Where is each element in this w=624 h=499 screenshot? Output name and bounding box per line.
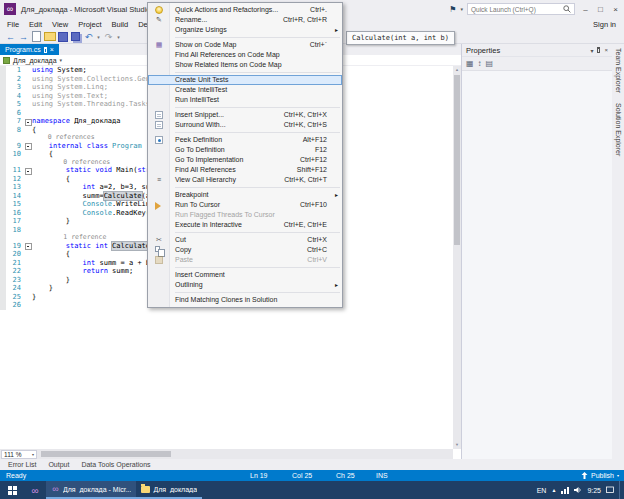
menu-item-breakpoint[interactable]: Breakpoint▸ — [148, 190, 342, 200]
code-text: 0 references — [32, 134, 95, 142]
open-folder-icon[interactable] — [43, 31, 56, 43]
menu-item-copy[interactable]: CopyCtrl+C — [148, 245, 342, 255]
maximize-button[interactable]: □ — [594, 3, 607, 16]
menu-file[interactable]: File — [2, 20, 24, 29]
menu-item-execute-in-interactive[interactable]: Execute in InteractiveCtrl+E, Ctrl+E — [148, 220, 342, 230]
navbar-project-dropdown[interactable]: Для_доклада — [13, 57, 57, 64]
close-button[interactable]: × — [609, 3, 622, 16]
publish-button[interactable]: Publish ▾ — [581, 472, 619, 479]
menu-item-create-intellitest[interactable]: Create IntelliTest — [148, 85, 342, 95]
show-desktop-strip[interactable] — [619, 481, 622, 499]
menu-item-outlining[interactable]: Outlining▸ — [148, 280, 342, 290]
windows-logo-icon — [8, 486, 17, 495]
menu-build[interactable]: Build — [107, 20, 134, 29]
fold-margin — [24, 75, 32, 84]
tab-data-tools-operations[interactable]: Data Tools Operations — [75, 461, 156, 468]
action-center-icon[interactable] — [606, 486, 614, 494]
codelens-references[interactable]: 0 references — [32, 158, 110, 166]
redo-icon[interactable]: ↷ — [102, 31, 115, 43]
network-icon[interactable] — [561, 486, 569, 494]
tab-error-list[interactable]: Error List — [2, 461, 42, 468]
back-icon[interactable]: ← — [4, 31, 17, 43]
fold-collapse-icon[interactable] — [24, 142, 32, 151]
scroll-up-arrow-icon[interactable]: ▲ — [453, 66, 461, 74]
caret-icon[interactable]: ▾ — [95, 31, 102, 43]
pin-icon[interactable] — [44, 47, 47, 53]
fold-collapse-icon[interactable] — [24, 242, 32, 251]
menu-item-find-all-references-on-code-map[interactable]: Find All References on Code Map — [148, 50, 342, 60]
codelens-references[interactable]: 0 references — [32, 133, 95, 141]
notifications-flag-icon[interactable]: ⚑ — [449, 5, 456, 14]
menu-item-create-unit-tests[interactable]: Create Unit Tests — [148, 75, 342, 85]
codelens-references[interactable]: 1 reference — [32, 233, 106, 241]
menu-item-peek-definition[interactable]: Peek DefinitionAlt+F12 — [148, 135, 342, 145]
menu-item-organize-usings[interactable]: Organize Usings▸ — [148, 25, 342, 35]
tab-close-icon[interactable]: × — [50, 46, 54, 53]
editor-vertical-scrollbar[interactable]: ▲ ▼ — [453, 66, 461, 449]
menu-item-paste[interactable]: PasteCtrl+V — [148, 255, 342, 265]
menu-item-show-on-code-map[interactable]: ▦Show on Code MapCtrl+` — [148, 40, 342, 50]
tab-solution-explorer[interactable]: Solution Explorer — [615, 103, 622, 156]
tab-program-cs[interactable]: Program.cs × — [0, 44, 59, 55]
scrollbar-thumb[interactable] — [454, 75, 460, 245]
forward-icon[interactable]: → — [17, 31, 30, 43]
menu-edit[interactable]: Edit — [24, 20, 47, 29]
pin-icon[interactable] — [597, 47, 600, 53]
line-number: 21 — [6, 259, 24, 268]
menu-item-run-intellitest[interactable]: Run IntelliTest — [148, 95, 342, 105]
menu-item-view-call-hierarchy[interactable]: ≡View Call HierarchyCtrl+K, Ctrl+T — [148, 175, 342, 185]
sign-in-link[interactable]: Sign in — [593, 20, 624, 29]
menu-item-run-to-cursor[interactable]: Run To CursorCtrl+F10 — [148, 200, 342, 210]
line-number: 16 — [6, 209, 24, 218]
window-menu-icon[interactable]: ▾ — [590, 47, 593, 54]
zoom-selector[interactable]: 111 % ▾ — [1, 450, 37, 459]
fold-collapse-icon[interactable] — [24, 166, 32, 175]
taskbar-button-для-доклада[interactable]: Для_доклада — [136, 481, 202, 499]
volume-icon[interactable] — [574, 486, 582, 494]
start-button[interactable] — [0, 481, 24, 499]
menu-item-find-all-references[interactable]: Find All ReferencesShift+F12 — [148, 165, 342, 175]
status-character: Ch 25 — [336, 472, 376, 479]
menu-item-cut[interactable]: ✂CutCtrl+X — [148, 235, 342, 245]
language-indicator[interactable]: EN — [537, 487, 547, 494]
fold-margin — [24, 183, 32, 192]
chevron-down-icon[interactable]: ▾ — [460, 6, 463, 12]
surround-icon — [155, 121, 163, 129]
taskbar-pinned-vs-icon[interactable]: ∞ — [24, 481, 46, 499]
menu-item-rename[interactable]: ✎Rename...Ctrl+R, Ctrl+R — [148, 15, 342, 25]
menu-item-go-to-definition[interactable]: Go To DefinitionF12 — [148, 145, 342, 155]
scrollbar-thumb[interactable] — [41, 451, 171, 457]
menu-item-insert-comment[interactable]: Insert Comment — [148, 270, 342, 280]
menu-item-show-related-items-on-code-map[interactable]: Show Related Items on Code Map — [148, 60, 342, 70]
menu-view[interactable]: View — [47, 20, 73, 29]
menu-item-shortcut: Ctrl+K, Ctrl+S — [284, 120, 327, 130]
properties-header[interactable]: Properties ▾ × — [462, 44, 612, 57]
menu-item-find-matching-clones-in-solution[interactable]: Find Matching Clones in Solution — [148, 295, 342, 305]
menu-item-go-to-implementation[interactable]: Go To ImplementationCtrl+F12 — [148, 155, 342, 165]
property-pages-icon[interactable]: ▤ — [486, 59, 494, 68]
scroll-down-arrow-icon[interactable]: ▼ — [453, 441, 461, 449]
categorized-icon[interactable]: ▦ — [466, 59, 474, 68]
fold-collapse-icon[interactable] — [24, 117, 32, 126]
menu-item-insert-snippet[interactable]: Insert Snippet...Ctrl+K, Ctrl+X — [148, 110, 342, 120]
taskbar-button-для-доклада-micr[interactable]: ∞Для_доклада - Micr... — [46, 481, 136, 499]
save-all-icon[interactable] — [69, 31, 82, 43]
clock[interactable]: 9:25 — [587, 487, 601, 494]
undo-icon[interactable]: ↶ — [82, 31, 95, 43]
menu-item-surround-with[interactable]: Surround With...Ctrl+K, Ctrl+S — [148, 120, 342, 130]
minimize-button[interactable]: – — [579, 3, 592, 16]
menu-project[interactable]: Project — [73, 20, 106, 29]
caret-icon[interactable]: ▾ — [115, 31, 122, 43]
menu-item-quick-actions-and-refactorings[interactable]: Quick Actions and Refactorings...Ctrl+. — [148, 5, 342, 15]
alphabetical-icon[interactable]: ↕ — [478, 59, 482, 68]
editor-horizontal-scrollbar[interactable] — [39, 450, 451, 458]
quick-launch-input[interactable]: Quick Launch (Ctrl+Q) — [467, 3, 575, 15]
new-file-icon[interactable] — [30, 31, 43, 43]
close-icon[interactable]: × — [604, 47, 608, 53]
tab-output[interactable]: Output — [42, 461, 75, 468]
tab-team-explorer[interactable]: Team Explorer — [615, 48, 622, 93]
hidden-icons-chevron-icon[interactable]: ▲ — [551, 487, 556, 493]
chevron-down-icon[interactable]: ▾ — [60, 57, 63, 63]
menu-item-run-flagged-threads-to-cursor[interactable]: Run Flagged Threads To Cursor — [148, 210, 342, 220]
save-icon[interactable] — [56, 31, 69, 43]
